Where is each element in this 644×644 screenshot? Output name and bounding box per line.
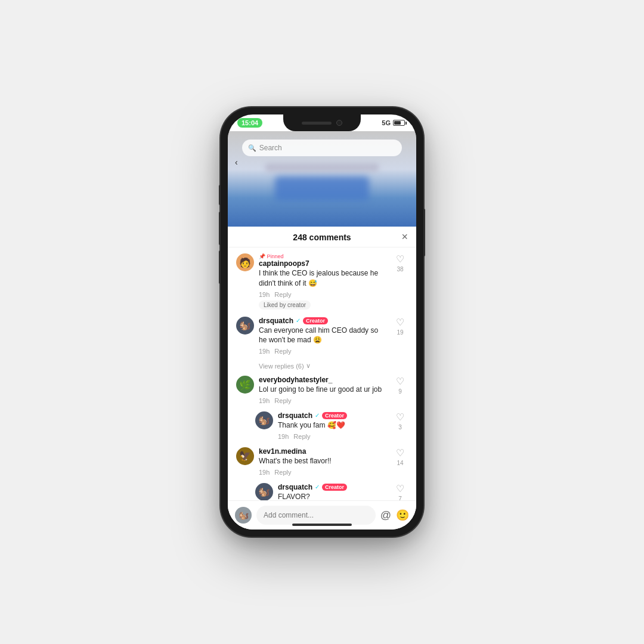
comment-meta: 19h Reply xyxy=(259,291,388,298)
verified-icon: ✓ xyxy=(315,484,320,490)
comment-item-reply: 🐿️ drsquatch ✓ Creator FLAVOR? 19h Reply xyxy=(255,483,408,500)
network-indicator: 5G xyxy=(382,119,391,126)
status-time: 15:04 xyxy=(237,118,262,128)
user-avatar: 🐿️ xyxy=(235,507,252,524)
reply-button[interactable]: Reply xyxy=(274,348,291,355)
like-count: 14 xyxy=(397,460,403,466)
comment-meta: 19h Reply xyxy=(259,469,388,476)
like-button[interactable]: ♡ xyxy=(396,411,404,423)
status-right: 5G xyxy=(382,119,407,126)
search-bar[interactable]: 🔍 Search xyxy=(242,140,402,156)
comment-time: 19h xyxy=(259,291,270,298)
comment-item: 🐿️ drsquatch ✓ Creator Can everyone call… xyxy=(236,317,408,355)
like-button[interactable]: ♡ xyxy=(396,447,404,459)
pinned-tag: 📌 Pinned xyxy=(259,253,284,259)
comment-username: kev1n.medina xyxy=(259,447,306,456)
reply-button[interactable]: Reply xyxy=(274,291,291,298)
video-area: ‹ 🔍 Search xyxy=(228,131,416,227)
notch xyxy=(283,114,361,131)
comment-body: kev1n.medina What's the best flavor!! 19… xyxy=(259,447,388,476)
blurred-content-2 xyxy=(275,177,369,200)
like-button[interactable]: ♡ xyxy=(396,376,404,387)
phone-mockup: 15:04 5G ‹ 🔍 Search xyxy=(221,107,423,537)
comment-username: captainpoops7 xyxy=(259,259,309,268)
comment-time: 19h xyxy=(259,348,270,355)
power-button xyxy=(423,209,425,256)
comment-text: Can everyone call him CEO daddy so he wo… xyxy=(259,326,388,346)
avatar: 🐿️ xyxy=(236,317,254,335)
avatar: 🐿️ xyxy=(255,411,273,429)
like-column: ♡ 3 xyxy=(392,411,408,440)
volume-up-button xyxy=(219,212,221,245)
liked-by-creator-badge: Liked by creator xyxy=(259,301,311,309)
search-icon: 🔍 xyxy=(248,144,256,152)
comment-body: drsquatch ✓ Creator Can everyone call hi… xyxy=(259,317,388,355)
comment-body: drsquatch ✓ Creator FLAVOR? 19h Reply xyxy=(278,483,388,500)
like-button[interactable]: ♡ xyxy=(396,317,404,328)
comment-text: I think the CEO is jealous because he di… xyxy=(259,268,388,289)
mute-button xyxy=(219,185,221,205)
comments-list[interactable]: 🧑 📌 Pinned captainpoops7 I think the CEO… xyxy=(228,247,416,500)
like-count: 9 xyxy=(398,388,402,395)
creator-badge: Creator xyxy=(303,317,328,324)
comment-time: 19h xyxy=(259,397,270,404)
like-button[interactable]: ♡ xyxy=(396,483,404,494)
reply-button[interactable]: Reply xyxy=(293,433,310,440)
comment-text: FLAVOR? xyxy=(278,492,388,500)
like-column: ♡ 9 xyxy=(392,376,408,404)
comment-username: drsquatch xyxy=(278,411,312,420)
comment-username: drsquatch xyxy=(278,483,312,491)
avatar: 🐿️ xyxy=(255,483,273,500)
mention-icon[interactable]: @ xyxy=(380,509,391,522)
blurred-content-1 xyxy=(265,163,379,172)
avatar: 🌿 xyxy=(236,376,254,394)
chevron-down-icon: ∨ xyxy=(306,362,311,370)
comment-meta: 19h Reply xyxy=(259,348,388,355)
comment-input-field[interactable] xyxy=(256,506,376,525)
close-button[interactable]: × xyxy=(401,231,408,242)
view-replies-button[interactable]: View replies (6) ∨ xyxy=(259,362,408,370)
comment-username: drsquatch xyxy=(259,317,293,325)
username-row-2: captainpoops7 xyxy=(259,259,388,268)
comment-item-reply: 🐿️ drsquatch ✓ Creator Thank you fam 🥰❤️… xyxy=(255,411,408,440)
comment-username: everybodyhatestyler_ xyxy=(259,376,332,384)
username-row: drsquatch ✓ Creator xyxy=(278,483,388,491)
verified-icon: ✓ xyxy=(315,412,320,419)
comment-text: Lol ur going to be fine ur good at ur jo… xyxy=(259,385,388,395)
comment-meta: 19h Reply xyxy=(278,433,388,440)
comment-item: 🦅 kev1n.medina What's the best flavor!! … xyxy=(236,447,408,476)
username-row: kev1n.medina xyxy=(259,447,388,456)
username-row: drsquatch ✓ Creator xyxy=(259,317,388,325)
like-count: 19 xyxy=(397,329,403,336)
comment-text: What's the best flavor!! xyxy=(259,456,388,466)
like-column: ♡ 19 xyxy=(392,317,408,355)
emoji-icon[interactable]: 🙂 xyxy=(396,509,409,522)
reply-button[interactable]: Reply xyxy=(274,397,291,404)
like-count: 38 xyxy=(397,266,403,273)
comment-body: drsquatch ✓ Creator Thank you fam 🥰❤️ 19… xyxy=(278,411,388,440)
reply-button[interactable]: Reply xyxy=(274,469,291,476)
like-count: 7 xyxy=(398,496,402,500)
front-camera xyxy=(336,120,342,126)
comment-text: Thank you fam 🥰❤️ xyxy=(278,420,388,431)
creator-badge: Creator xyxy=(322,484,347,491)
like-column: ♡ 38 xyxy=(392,253,408,309)
username-row: drsquatch ✓ Creator xyxy=(278,411,388,420)
view-replies-text: View replies (6) xyxy=(259,363,304,370)
home-indicator xyxy=(292,524,352,526)
search-placeholder: Search xyxy=(259,144,282,152)
comment-item: 🧑 📌 Pinned captainpoops7 I think the CEO… xyxy=(236,253,408,309)
comment-item: 🌿 everybodyhatestyler_ Lol ur going to b… xyxy=(236,376,408,404)
back-arrow[interactable]: ‹ xyxy=(235,157,238,167)
comments-panel: 248 comments × 🧑 📌 Pinned captainpoops7 xyxy=(228,227,416,530)
like-column: ♡ 7 xyxy=(392,483,408,500)
creator-badge: Creator xyxy=(322,412,347,419)
volume-down-button xyxy=(219,250,221,284)
comment-meta: 19h Reply xyxy=(259,397,388,404)
comment-time: 19h xyxy=(278,433,289,440)
comments-title: 248 comments xyxy=(293,233,351,242)
username-row: 📌 Pinned xyxy=(259,253,388,259)
avatar: 🦅 xyxy=(236,447,254,465)
input-icons: @ 🙂 xyxy=(380,509,409,522)
like-button[interactable]: ♡ xyxy=(396,253,404,265)
